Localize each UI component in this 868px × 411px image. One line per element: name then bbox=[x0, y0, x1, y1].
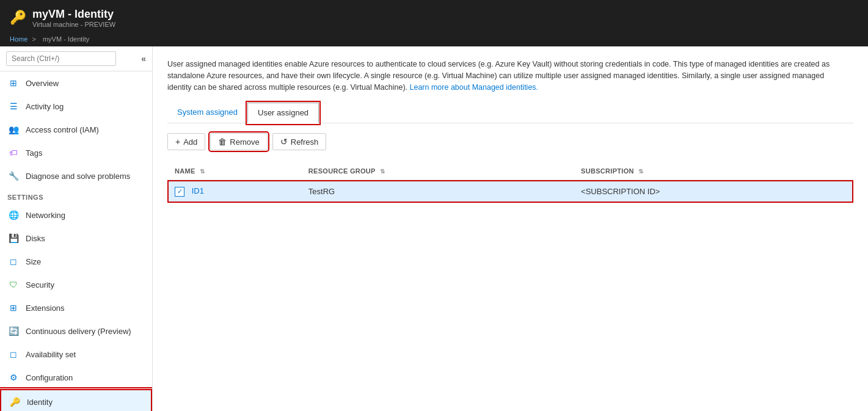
sidebar-item-configuration[interactable]: ⚙ Configuration bbox=[0, 366, 152, 389]
top-bar: 🔑 myVM - Identity Virtual machine - PREV… bbox=[0, 0, 868, 35]
breadcrumb: Home > myVM - Identity bbox=[0, 35, 868, 46]
settings-section-label: SETTINGS bbox=[0, 187, 152, 203]
search-input[interactable] bbox=[6, 51, 116, 66]
remove-icon: 🗑 bbox=[218, 137, 227, 147]
learn-more-link[interactable]: Learn more about Managed identities. bbox=[410, 83, 539, 92]
tabs-container: System assigned User assigned bbox=[167, 103, 853, 123]
resource-group-sort-icon[interactable]: ⇅ bbox=[380, 168, 385, 175]
sidebar-item-label: Continuous delivery (Preview) bbox=[26, 327, 131, 336]
sidebar-item-label: Networking bbox=[26, 211, 65, 220]
content-area: User assigned managed identities enable … bbox=[153, 46, 868, 411]
toolbar: + Add 🗑 Remove ↺ Refresh bbox=[167, 133, 853, 150]
sidebar-item-label: Disks bbox=[26, 234, 45, 243]
overview-icon: ⊞ bbox=[7, 77, 20, 89]
row-name-cell: ✓ ID1 bbox=[167, 180, 301, 203]
row-subscription-cell: <SUBSCRIPTION ID> bbox=[574, 180, 853, 203]
access-control-icon: 👥 bbox=[7, 123, 20, 136]
size-icon: ◻ bbox=[7, 255, 20, 267]
refresh-label: Refresh bbox=[291, 137, 319, 147]
identity-icon: 🔑 bbox=[9, 396, 21, 408]
sidebar-search-container: « bbox=[0, 46, 152, 71]
sidebar-item-label: Overview bbox=[26, 79, 59, 88]
subscription-sort-icon[interactable]: ⇅ bbox=[638, 168, 643, 175]
add-label: Add bbox=[183, 137, 197, 147]
breadcrumb-home[interactable]: Home bbox=[10, 35, 27, 43]
extensions-icon: ⊞ bbox=[7, 302, 20, 314]
refresh-button[interactable]: ↺ Refresh bbox=[272, 133, 327, 150]
sidebar-item-tags[interactable]: 🏷 Tags bbox=[0, 141, 152, 164]
sidebar-item-label: Extensions bbox=[26, 304, 65, 313]
main-layout: « ⊞ Overview ☰ Activity log 👥 Access con… bbox=[0, 46, 868, 411]
add-icon: + bbox=[175, 137, 180, 147]
sidebar-item-security[interactable]: 🛡 Security bbox=[0, 273, 152, 296]
sidebar-item-continuous-delivery[interactable]: 🔄 Continuous delivery (Preview) bbox=[0, 319, 152, 343]
remove-label: Remove bbox=[230, 137, 259, 147]
row-checkbox[interactable]: ✓ bbox=[175, 187, 184, 197]
sidebar-item-label: Size bbox=[26, 257, 41, 266]
row-resource-group: TestRG bbox=[308, 187, 335, 196]
activity-log-icon: ☰ bbox=[7, 100, 20, 112]
tab-system-assigned[interactable]: System assigned bbox=[167, 103, 247, 123]
networking-icon: 🌐 bbox=[7, 209, 20, 221]
sidebar-item-label: Tags bbox=[26, 148, 42, 158]
sidebar-item-label: Configuration bbox=[26, 373, 73, 382]
sidebar-item-label: Security bbox=[26, 280, 54, 289]
diagnose-icon: 🔧 bbox=[7, 170, 20, 182]
tab-user-assigned[interactable]: User assigned bbox=[247, 103, 319, 123]
continuous-delivery-icon: 🔄 bbox=[7, 325, 20, 337]
col-resource-group-header: RESOURCE GROUP ⇅ bbox=[301, 162, 574, 180]
sidebar: « ⊞ Overview ☰ Activity log 👥 Access con… bbox=[0, 46, 153, 411]
availability-set-icon: ◻ bbox=[7, 348, 20, 360]
add-button[interactable]: + Add bbox=[167, 133, 205, 150]
sidebar-item-label: Availability set bbox=[26, 350, 76, 359]
sidebar-scroll: ⊞ Overview ☰ Activity log 👥 Access contr… bbox=[0, 71, 152, 411]
col-name-header: NAME ⇅ bbox=[167, 162, 301, 180]
sidebar-item-label: Access control (IAM) bbox=[26, 125, 99, 134]
content-description: User assigned managed identities enable … bbox=[167, 59, 839, 93]
breadcrumb-separator: > bbox=[32, 35, 35, 43]
sidebar-item-networking[interactable]: 🌐 Networking bbox=[0, 203, 152, 227]
configuration-icon: ⚙ bbox=[7, 371, 20, 384]
refresh-icon: ↺ bbox=[280, 137, 288, 147]
row-subscription: <SUBSCRIPTION ID> bbox=[581, 187, 660, 196]
table-row[interactable]: ✓ ID1 TestRG <SUBSCRIPTION ID> bbox=[167, 180, 853, 203]
vm-identity-icon: 🔑 bbox=[10, 10, 26, 26]
sidebar-collapse-button[interactable]: « bbox=[141, 54, 146, 64]
sidebar-item-size[interactable]: ◻ Size bbox=[0, 250, 152, 273]
tags-icon: 🏷 bbox=[7, 147, 20, 159]
top-bar-titles: myVM - Identity Virtual machine - PREVIE… bbox=[32, 8, 115, 28]
breadcrumb-current: myVM - Identity bbox=[43, 35, 89, 43]
sidebar-item-label: Identity bbox=[27, 398, 53, 407]
name-sort-icon[interactable]: ⇅ bbox=[200, 168, 205, 175]
sidebar-item-overview[interactable]: ⊞ Overview bbox=[0, 71, 152, 95]
disks-icon: 💾 bbox=[7, 232, 20, 244]
page-subtitle: Virtual machine - PREVIEW bbox=[32, 21, 115, 28]
remove-button[interactable]: 🗑 Remove bbox=[210, 133, 267, 150]
identity-table: NAME ⇅ RESOURCE GROUP ⇅ SUBSCRIPTION ⇅ bbox=[167, 162, 853, 203]
security-icon: 🛡 bbox=[7, 278, 20, 291]
sidebar-item-label: Diagnose and solve problems bbox=[26, 172, 130, 181]
sidebar-item-disks[interactable]: 💾 Disks bbox=[0, 227, 152, 250]
sidebar-item-diagnose[interactable]: 🔧 Diagnose and solve problems bbox=[0, 164, 152, 187]
sidebar-item-label: Activity log bbox=[26, 102, 64, 111]
col-subscription-header: SUBSCRIPTION ⇅ bbox=[574, 162, 853, 180]
sidebar-item-extensions[interactable]: ⊞ Extensions bbox=[0, 296, 152, 319]
row-resource-group-cell: TestRG bbox=[301, 180, 574, 203]
sidebar-item-availability-set[interactable]: ◻ Availability set bbox=[0, 343, 152, 366]
page-title: myVM - Identity bbox=[32, 8, 115, 21]
sidebar-item-access-control[interactable]: 👥 Access control (IAM) bbox=[0, 118, 152, 141]
row-name-link[interactable]: ID1 bbox=[192, 186, 204, 195]
sidebar-item-activity-log[interactable]: ☰ Activity log bbox=[0, 95, 152, 118]
sidebar-item-identity[interactable]: 🔑 Identity bbox=[0, 389, 152, 411]
